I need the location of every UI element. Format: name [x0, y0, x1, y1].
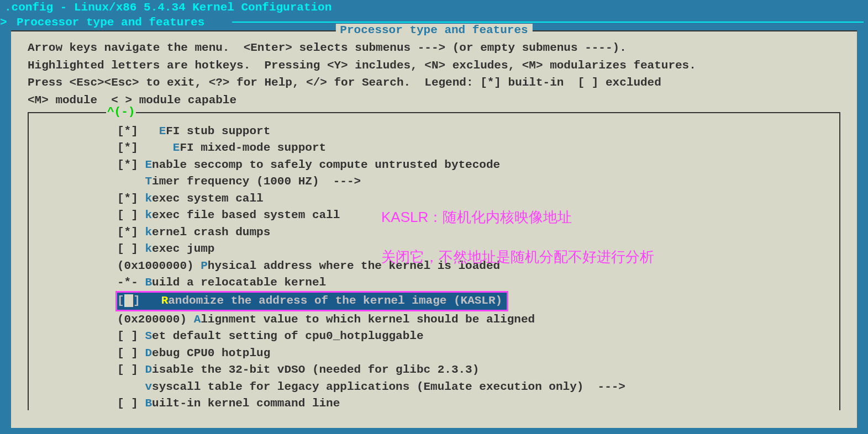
menu-label: ebug CPU0 hotplug: [152, 347, 270, 359]
menu-label: uilt-in kernel command line: [152, 397, 340, 410]
menu-label: ernel crash dumps: [152, 226, 270, 239]
menu-item-10[interactable]: [ ] Randomize the address of the kernel …: [115, 291, 508, 311]
menu-label: lignment value to which kernel should be…: [201, 313, 535, 326]
menu-item-9[interactable]: -*- Build a relocatable kernel: [117, 274, 839, 291]
annotation-kaslr-desc: KASLR：随机化内核映像地址: [381, 208, 572, 227]
hotkey: k: [145, 209, 152, 221]
menu-label: syscall table for legacy applications (E…: [152, 380, 625, 393]
hotkey: E: [159, 125, 166, 137]
menu-label: nable seccomp to safely compute untruste…: [152, 158, 500, 171]
menu-list: [*] EFI stub support[*] EFI mixed-mode s…: [29, 123, 839, 412]
menu-item-2[interactable]: [*] Enable seccomp to safely compute unt…: [117, 157, 839, 173]
menu-label: uild a relocatable kernel: [152, 276, 326, 289]
annotation-kaslr-advice: 关闭它，不然地址是随机分配不好进行分析: [381, 247, 654, 267]
hotkey: S: [145, 330, 152, 342]
menu-item-14[interactable]: [ ] Disable the 32-bit vDSO (needed for …: [117, 362, 839, 378]
menu-label: exec jump: [152, 242, 214, 255]
hotkey: B: [145, 397, 152, 410]
hotkey: k: [145, 192, 152, 205]
menu-item-3[interactable]: Timer frequency (1000 HZ) --->: [117, 173, 839, 190]
hotkey: T: [145, 175, 152, 188]
menu-label: et default setting of cpu0_hotpluggable: [152, 330, 423, 342]
menu-item-16[interactable]: [ ] Built-in kernel command line: [117, 395, 839, 412]
hotkey: P: [201, 260, 208, 272]
menu-item-0[interactable]: [*] EFI stub support: [117, 123, 839, 140]
menu-label: imer frequency (1000 HZ) --->: [152, 175, 361, 188]
window-title: .config - Linux/x86 5.4.34 Kernel Config…: [0, 0, 868, 15]
menu-item-13[interactable]: [ ] Debug CPU0 hotplug: [117, 345, 839, 362]
menu-label: exec system call: [152, 192, 264, 205]
menu-item-15[interactable]: vsyscall table for legacy applications (…: [117, 379, 839, 395]
menu-label: exec file based system call: [152, 209, 340, 221]
menu-label: isable the 32-bit vDSO (needed for glibc…: [152, 363, 479, 376]
scroll-up-indicator[interactable]: ^(-): [106, 105, 136, 118]
help-text: Arrow keys navigate the menu. <Enter> se…: [11, 31, 857, 112]
menu-label: andomize the address of the kernel image…: [168, 294, 502, 307]
hotkey: v: [145, 380, 152, 393]
hotkey: A: [194, 313, 201, 326]
hotkey: E: [145, 158, 152, 171]
hotkey: E: [173, 141, 180, 154]
menu-label: FI stub support: [166, 125, 270, 137]
menu-item-11[interactable]: (0x200000) Alignment value to which kern…: [117, 311, 839, 328]
hotkey: k: [145, 242, 152, 255]
checkbox-inner[interactable]: [124, 294, 134, 307]
hotkey: k: [145, 226, 152, 239]
panel-title: Processor type and features: [335, 24, 532, 36]
hotkey: D: [145, 347, 152, 359]
hotkey: D: [145, 363, 152, 376]
menu-label: FI mixed-mode support: [180, 141, 326, 154]
main-panel: Processor type and features Arrow keys n…: [11, 30, 857, 428]
hotkey: R: [161, 294, 169, 307]
hotkey: B: [145, 276, 152, 289]
menu-item-12[interactable]: [ ] Set default setting of cpu0_hotplugg…: [117, 328, 839, 345]
menu-item-4[interactable]: [*] kexec system call: [117, 190, 839, 207]
breadcrumb-line: [232, 22, 864, 23]
menu-item-1[interactable]: [*] EFI mixed-mode support: [117, 140, 839, 156]
breadcrumb-text: Processor type and features: [17, 16, 204, 29]
breadcrumb-arrow: >: [0, 16, 7, 29]
